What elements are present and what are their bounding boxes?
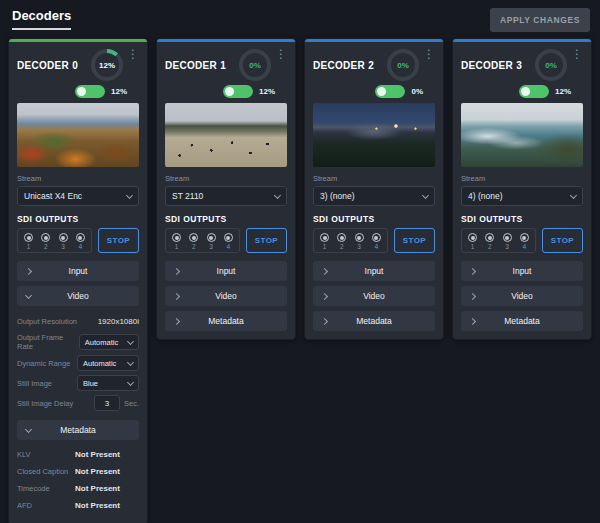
output-frame-rate-select[interactable]: Automatic bbox=[79, 334, 139, 350]
sdi-output-number: 2 bbox=[192, 243, 196, 250]
stream-label: Stream bbox=[17, 174, 139, 183]
section-video[interactable]: Video bbox=[313, 286, 435, 306]
section-input[interactable]: Input bbox=[313, 261, 435, 281]
still-image-delay-input[interactable] bbox=[94, 395, 120, 411]
sdi-output-3[interactable]: 3 bbox=[59, 233, 68, 250]
section-metadata[interactable]: Metadata bbox=[313, 311, 435, 331]
sdi-output-3[interactable]: 3 bbox=[207, 233, 216, 250]
field-value: Not Present bbox=[75, 467, 120, 476]
chevron-down-icon bbox=[127, 358, 134, 365]
section-video[interactable]: Video bbox=[461, 286, 583, 306]
load-donut: 0% bbox=[535, 49, 567, 81]
sdi-output-4[interactable]: 4 bbox=[76, 233, 85, 250]
sdi-output-4[interactable]: 4 bbox=[520, 233, 529, 250]
sdi-block: SDI OUTPUTS 1 2 3 4 STOP bbox=[9, 214, 147, 259]
chevron-right-icon bbox=[321, 292, 328, 299]
stop-button[interactable]: STOP bbox=[246, 228, 287, 253]
sdi-output-4[interactable]: 4 bbox=[372, 233, 381, 250]
stream-selected-value: 3) (none) bbox=[320, 191, 355, 201]
sdi-output-number: 3 bbox=[505, 243, 509, 250]
kebab-menu-icon[interactable]: ⋮ bbox=[423, 49, 435, 59]
section-input[interactable]: Input bbox=[165, 261, 287, 281]
sdi-output-1[interactable]: 1 bbox=[468, 233, 477, 250]
decoder-active-toggle[interactable] bbox=[375, 85, 405, 98]
kebab-menu-icon[interactable]: ⋮ bbox=[275, 49, 287, 59]
buffer-percent: 12% bbox=[259, 87, 275, 96]
stream-label: Stream bbox=[165, 174, 287, 183]
decoder-title: DECODER 3 bbox=[461, 60, 535, 71]
kebab-menu-icon[interactable]: ⋮ bbox=[571, 49, 583, 59]
field-label: Output Resolution bbox=[17, 317, 77, 326]
stop-button[interactable]: STOP bbox=[394, 228, 435, 253]
field-label: AFD bbox=[17, 501, 75, 510]
sdi-output-3[interactable]: 3 bbox=[355, 233, 364, 250]
stream-block: Stream Unicast X4 Enc bbox=[9, 174, 147, 214]
sdi-output-number: 4 bbox=[78, 243, 82, 250]
stream-select[interactable]: Unicast X4 Enc bbox=[17, 186, 139, 206]
sdi-output-4[interactable]: 4 bbox=[224, 233, 233, 250]
radio-icon bbox=[485, 233, 494, 242]
section-metadata[interactable]: Metadata bbox=[165, 311, 287, 331]
stream-select[interactable]: 4) (none) bbox=[461, 186, 583, 206]
section-metadata[interactable]: Metadata bbox=[461, 311, 583, 331]
decoder-card-2: DECODER 2 0% ⋮ 0% Stream 3) (none) SDI O… bbox=[304, 38, 444, 340]
stream-label: Stream bbox=[461, 174, 583, 183]
video-settings-panel: Output Resolution 1920x1080i Output Fram… bbox=[17, 311, 139, 415]
metadata-panel: KLV Not Present Closed Caption Not Prese… bbox=[17, 445, 139, 516]
kebab-menu-icon[interactable]: ⋮ bbox=[127, 49, 139, 59]
toggle-knob-icon bbox=[77, 87, 86, 96]
decoder-active-toggle[interactable] bbox=[223, 85, 253, 98]
field-label: Dynamic Range bbox=[17, 359, 70, 368]
buffer-percent: 12% bbox=[555, 87, 571, 96]
sdi-outputs-label: SDI OUTPUTS bbox=[17, 214, 139, 224]
sdi-output-group: 1 2 3 4 bbox=[461, 228, 536, 253]
stream-selected-value: 4) (none) bbox=[468, 191, 503, 201]
field-value: Not Present bbox=[75, 450, 120, 459]
sdi-output-number: 2 bbox=[44, 243, 48, 250]
sdi-output-2[interactable]: 2 bbox=[41, 233, 50, 250]
dynamic-range-row: Dynamic Range Automatic bbox=[17, 355, 139, 371]
section-label: Metadata bbox=[60, 425, 95, 435]
sdi-output-2[interactable]: 2 bbox=[337, 233, 346, 250]
sdi-output-2[interactable]: 2 bbox=[485, 233, 494, 250]
page-title: Decoders bbox=[12, 8, 71, 30]
sdi-output-group: 1 2 3 4 bbox=[17, 228, 92, 253]
dynamic-range-select[interactable]: Automatic bbox=[77, 355, 139, 371]
accordion-sections: Input Video Metadata bbox=[453, 261, 591, 331]
decoder-active-toggle[interactable] bbox=[519, 85, 549, 98]
chevron-right-icon bbox=[321, 317, 328, 324]
section-metadata[interactable]: Metadata bbox=[17, 420, 139, 440]
still-image-select[interactable]: Blue bbox=[77, 375, 139, 391]
stop-button[interactable]: STOP bbox=[542, 228, 583, 253]
accordion-sections: Input Video Output Resolution 1920x1080i… bbox=[9, 261, 147, 516]
decoder-title: DECODER 1 bbox=[165, 60, 239, 71]
load-percent: 0% bbox=[397, 61, 409, 70]
sdi-output-number: 4 bbox=[374, 243, 378, 250]
section-label: Metadata bbox=[208, 316, 243, 326]
load-donut: 0% bbox=[239, 49, 271, 81]
section-label: Input bbox=[69, 266, 88, 276]
stop-button[interactable]: STOP bbox=[98, 228, 139, 253]
sdi-output-number: 3 bbox=[209, 243, 213, 250]
section-input[interactable]: Input bbox=[17, 261, 139, 281]
stream-select[interactable]: 3) (none) bbox=[313, 186, 435, 206]
sdi-output-3[interactable]: 3 bbox=[503, 233, 512, 250]
sdi-block: SDI OUTPUTS 1 2 3 4 STOP bbox=[305, 214, 443, 259]
section-input[interactable]: Input bbox=[461, 261, 583, 281]
sdi-output-1[interactable]: 1 bbox=[172, 233, 181, 250]
sdi-output-1[interactable]: 1 bbox=[320, 233, 329, 250]
radio-icon bbox=[372, 233, 381, 242]
stream-selected-value: ST 2110 bbox=[172, 191, 203, 201]
stream-select[interactable]: ST 2110 bbox=[165, 186, 287, 206]
sdi-output-number: 1 bbox=[471, 243, 475, 250]
sdi-output-1[interactable]: 1 bbox=[24, 233, 33, 250]
apply-changes-button[interactable]: APPLY CHANGES bbox=[490, 8, 590, 32]
load-percent: 12% bbox=[99, 61, 115, 70]
sdi-output-2[interactable]: 2 bbox=[189, 233, 198, 250]
chevron-down-icon bbox=[570, 191, 577, 198]
decoder-active-toggle[interactable] bbox=[75, 85, 105, 98]
sdi-output-number: 4 bbox=[522, 243, 526, 250]
section-label: Metadata bbox=[356, 316, 391, 326]
section-video[interactable]: Video bbox=[165, 286, 287, 306]
section-video[interactable]: Video bbox=[17, 286, 139, 306]
